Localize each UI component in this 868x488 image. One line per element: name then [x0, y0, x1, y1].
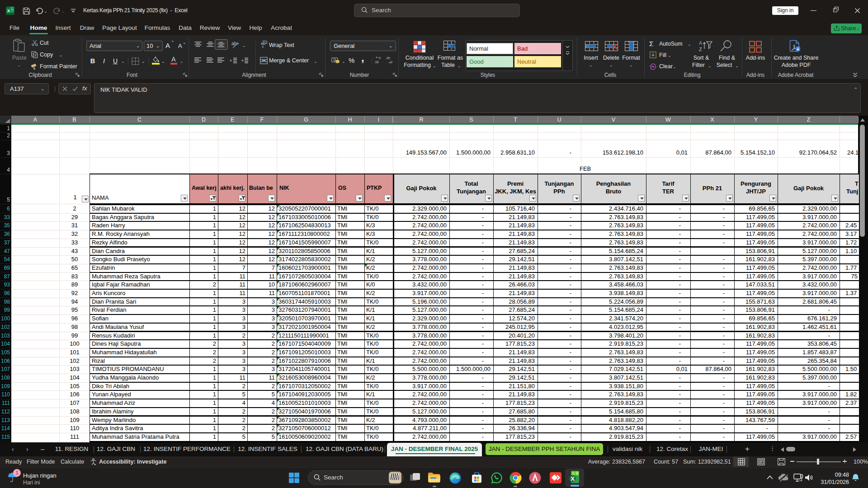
- svg-text:.00: .00: [386, 56, 390, 60]
- svg-text:A: A: [699, 40, 703, 46]
- svg-text:Z: Z: [699, 47, 702, 52]
- svg-text:0: 0: [379, 56, 381, 60]
- svg-text:ab: ab: [261, 41, 266, 46]
- svg-text:X: X: [7, 9, 10, 13]
- svg-text:.00: .00: [374, 61, 379, 64]
- svg-text:X: X: [571, 475, 575, 482]
